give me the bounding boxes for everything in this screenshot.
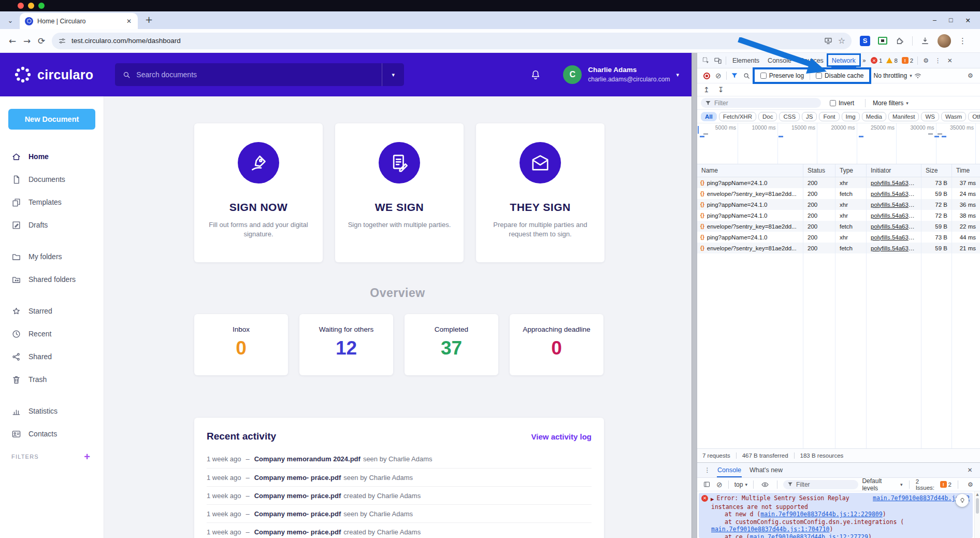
network-request-row[interactable]: {}ping?appName=24.1.0 200 xhr polyfills.… bbox=[697, 232, 980, 243]
stat-card[interactable]: Approaching deadline 0 bbox=[510, 314, 603, 375]
network-column-header[interactable]: Time bbox=[952, 164, 980, 177]
page-scrollbar[interactable] bbox=[691, 53, 697, 538]
initiator-link[interactable]: polyfills.54a6329f5 bbox=[871, 213, 917, 219]
close-window-button[interactable]: ✕ bbox=[965, 17, 971, 24]
activity-row[interactable]: 1 week ago – Company memo- práce.pdf see… bbox=[207, 504, 592, 522]
more-filters-dropdown[interactable]: More filters▾ bbox=[873, 100, 909, 107]
console-settings-icon[interactable]: ⚙ bbox=[964, 479, 976, 490]
view-activity-log-link[interactable]: View activity log bbox=[531, 432, 592, 441]
search-network-icon[interactable] bbox=[741, 70, 753, 81]
tab-console[interactable]: Console bbox=[713, 463, 745, 477]
new-document-button[interactable]: New Document bbox=[8, 109, 95, 130]
network-request-row[interactable]: {}envelope/?sentry_key=81ae2dd... 200 fe… bbox=[697, 243, 980, 253]
user-menu[interactable]: C Charlie Adams charlie.adams@circularo.… bbox=[563, 65, 679, 84]
profile-avatar[interactable] bbox=[938, 34, 951, 48]
network-column-header[interactable]: Size bbox=[921, 164, 952, 177]
request-type-chip[interactable]: Fetch/XHR bbox=[719, 112, 756, 121]
network-request-row[interactable]: {}ping?appName=24.1.0 200 xhr polyfills.… bbox=[697, 199, 980, 210]
address-bar[interactable]: test.circularo.com/home/dashboard ☆ bbox=[52, 33, 852, 49]
network-conditions-icon[interactable] bbox=[912, 70, 924, 81]
devtools-tab[interactable]: Network bbox=[828, 53, 860, 68]
record-network-log-icon[interactable] bbox=[703, 73, 710, 79]
network-column-header[interactable]: Name bbox=[697, 164, 803, 177]
request-type-chip[interactable]: Wasm bbox=[941, 112, 966, 121]
browser-menu-icon[interactable]: ⋮ bbox=[959, 36, 967, 46]
expand-triangle-icon[interactable]: ▶ bbox=[711, 495, 714, 503]
network-request-row[interactable]: {}ping?appName=24.1.0 200 xhr polyfills.… bbox=[697, 177, 980, 188]
sidebar-item[interactable]: My folders bbox=[0, 245, 104, 268]
clear-console-icon[interactable]: ⊘ bbox=[716, 480, 723, 489]
request-type-chip[interactable]: All bbox=[701, 112, 717, 121]
tab-close-icon[interactable]: ✕ bbox=[125, 17, 133, 26]
install-app-icon[interactable] bbox=[824, 36, 833, 46]
issues-badge[interactable]: !2 bbox=[900, 57, 915, 64]
stack-source-link[interactable]: main.7ef9010e8837d44b.js:1:704710 bbox=[711, 526, 829, 533]
devtools-settings-icon[interactable]: ⚙ bbox=[920, 55, 932, 66]
sidebar-item[interactable]: Home bbox=[0, 145, 104, 168]
minimize-button[interactable]: – bbox=[933, 17, 936, 24]
sidebar-item[interactable]: Templates bbox=[0, 191, 104, 214]
device-toolbar-icon[interactable] bbox=[712, 55, 724, 66]
drawer-menu-icon[interactable]: ⋮ bbox=[701, 464, 713, 476]
clear-network-log-icon[interactable]: ⊘ bbox=[713, 72, 724, 80]
initiator-link[interactable]: polyfills.54a6329f5 bbox=[871, 180, 917, 186]
action-card[interactable]: THEY SIGN Prepare for multiple parties a… bbox=[476, 123, 604, 262]
request-type-chip[interactable]: Other bbox=[968, 112, 980, 121]
activity-row[interactable]: 1 week ago – Company memo- práce.pdf cre… bbox=[207, 522, 592, 538]
stack-source-link[interactable]: main.7ef9010e8837d44b.js:12:27729 bbox=[750, 533, 868, 538]
network-column-header[interactable]: Type bbox=[835, 164, 867, 177]
javascript-context-dropdown[interactable]: top▾ bbox=[734, 481, 747, 488]
error-source-link[interactable]: main.7ef9010e8837d44b.js:12 bbox=[873, 494, 970, 502]
request-type-chip[interactable]: Media bbox=[862, 112, 886, 121]
initiator-link[interactable]: polyfills.54a6329f5 bbox=[871, 245, 917, 251]
more-tabs-icon[interactable]: » bbox=[860, 57, 869, 64]
live-expression-eye-icon[interactable] bbox=[759, 479, 771, 490]
mac-minimize-button[interactable] bbox=[28, 3, 34, 9]
invert-checkbox[interactable]: Invert bbox=[826, 100, 858, 107]
filter-toggle-icon[interactable] bbox=[729, 70, 741, 81]
activity-row[interactable]: 1 week ago – Company memo- práce.pdf see… bbox=[207, 468, 592, 486]
site-settings-icon[interactable] bbox=[58, 37, 66, 45]
action-card[interactable]: WE SIGN Sign together with multiple part… bbox=[335, 123, 464, 262]
console-errors-badge[interactable]: ✕1 bbox=[869, 57, 884, 64]
import-har-icon[interactable]: ↥ bbox=[703, 86, 710, 94]
add-filter-icon[interactable]: + bbox=[84, 451, 90, 463]
mac-zoom-button[interactable] bbox=[38, 3, 45, 9]
back-button[interactable]: ← bbox=[5, 36, 20, 46]
sidebar-item[interactable]: Drafts bbox=[0, 214, 104, 236]
request-type-chip[interactable]: Doc bbox=[758, 112, 777, 121]
forward-button[interactable]: → bbox=[20, 36, 34, 46]
maximize-button[interactable]: □ bbox=[949, 17, 953, 24]
sidebar-item[interactable]: Starred bbox=[0, 300, 104, 322]
network-settings-icon[interactable]: ⚙ bbox=[964, 70, 976, 81]
request-type-chip[interactable]: Font bbox=[819, 112, 839, 121]
devtools-tab[interactable]: Elements bbox=[728, 53, 763, 68]
bookmark-star-icon[interactable]: ☆ bbox=[838, 36, 845, 46]
export-har-icon[interactable]: ↧ bbox=[718, 86, 724, 94]
action-card[interactable]: SIGN NOW Fill out forms and add your dig… bbox=[194, 123, 323, 262]
reload-button[interactable]: ⟳ bbox=[34, 36, 49, 46]
tab-search-chevron-icon[interactable]: ⌄ bbox=[4, 14, 17, 26]
log-levels-dropdown[interactable]: Default levels▾ bbox=[862, 477, 902, 492]
sidebar-item[interactable]: Trash bbox=[0, 368, 104, 391]
inspect-element-icon[interactable] bbox=[700, 55, 712, 66]
network-overview-timeline[interactable]: 5000 ms10000 ms15000 ms20000 ms25000 ms3… bbox=[697, 123, 980, 164]
mac-close-button[interactable] bbox=[18, 3, 24, 9]
sidebar-item[interactable]: Shared folders bbox=[0, 268, 104, 291]
disable-cache-checkbox[interactable]: Disable cache bbox=[812, 72, 867, 79]
activity-row[interactable]: 1 week ago – Company memo- práce.pdf cre… bbox=[207, 486, 592, 504]
network-request-row[interactable]: {}ping?appName=24.1.0 200 xhr polyfills.… bbox=[697, 210, 980, 221]
initiator-link[interactable]: polyfills.54a6329f5 bbox=[871, 191, 917, 197]
new-tab-button[interactable]: + bbox=[145, 15, 153, 24]
search-dropdown-caret-icon[interactable]: ▾ bbox=[382, 72, 404, 78]
stack-source-link[interactable]: main.7ef9010e8837d44b.js:12:229809 bbox=[760, 511, 882, 518]
stat-card[interactable]: Waiting for others 12 bbox=[299, 314, 393, 375]
extensions-puzzle-icon[interactable] bbox=[895, 36, 904, 46]
sidebar-item[interactable]: Recent bbox=[0, 322, 104, 345]
activity-row[interactable]: 1 week ago – Company memorandum 2024.pdf… bbox=[207, 450, 592, 468]
search-input[interactable] bbox=[136, 70, 382, 79]
console-sidebar-icon[interactable] bbox=[701, 479, 713, 490]
devtools-tab[interactable]: Console bbox=[763, 53, 796, 68]
console-warnings-badge[interactable]: 8 bbox=[884, 58, 899, 64]
devtools-close-icon[interactable]: ✕ bbox=[944, 55, 956, 66]
